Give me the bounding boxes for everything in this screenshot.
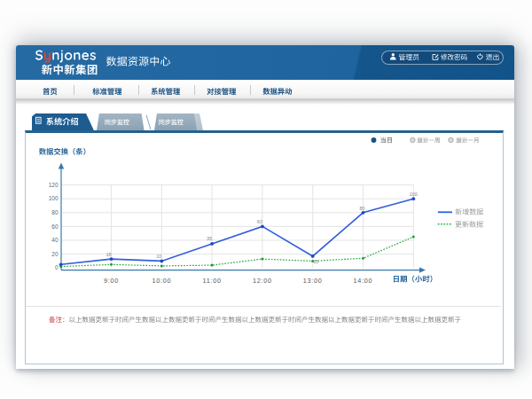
svg-text:60: 60 [257,219,262,224]
svg-text:20: 20 [51,251,59,257]
svg-text:10: 10 [156,254,161,259]
svg-text:13:00: 13:00 [303,277,323,285]
svg-text:60: 60 [51,223,59,230]
svg-text:80: 80 [359,206,364,211]
svg-text:10:00: 10:00 [152,277,171,285]
svg-text:0: 0 [55,264,59,270]
svg-text:18: 18 [106,252,111,257]
svg-text:40: 40 [51,237,59,243]
svg-text:100: 100 [49,195,59,201]
svg-text:120: 120 [49,182,59,188]
svg-text:100: 100 [410,192,418,197]
svg-text:11:00: 11:00 [202,277,221,285]
svg-text:15: 15 [313,259,318,264]
svg-text:14:00: 14:00 [354,277,373,285]
svg-text:35: 35 [207,236,212,241]
svg-text:12:00: 12:00 [253,277,272,285]
svg-text:80: 80 [51,209,59,215]
svg-text:9:00: 9:00 [104,277,119,285]
